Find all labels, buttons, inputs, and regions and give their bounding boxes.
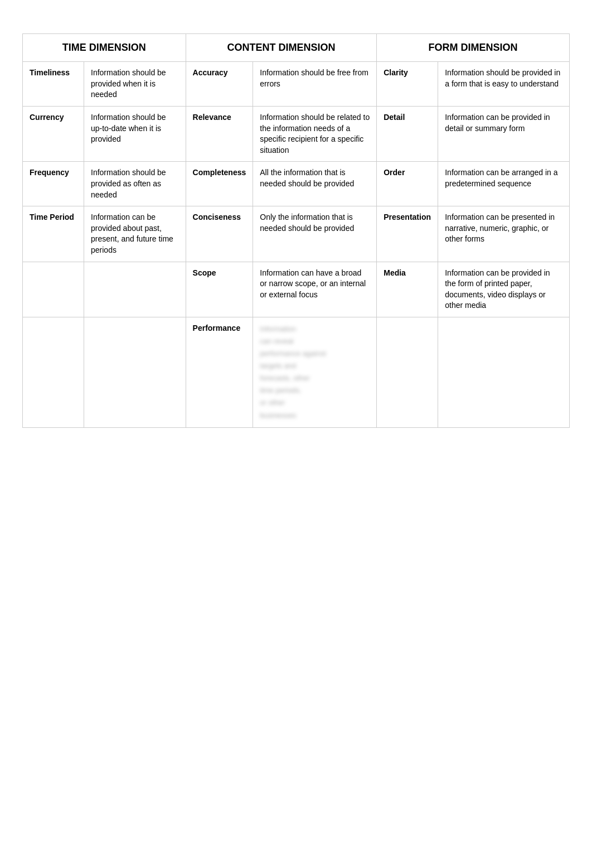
form-row-desc-3: Information can be presented in narrativ… — [438, 206, 570, 262]
content-row-desc-3: Only the information that is needed shou… — [253, 206, 377, 262]
time-row-desc-4 — [84, 262, 186, 317]
content-row-label-1: Relevance — [186, 106, 253, 161]
time-row-label-4 — [23, 262, 84, 317]
form-row-desc-2: Information can be arranged in a predete… — [438, 162, 570, 206]
time-row-label-0: Timeliness — [23, 62, 84, 107]
form-row-label-2: Order — [377, 162, 438, 206]
time-row-desc-2: Information should be provided as often … — [84, 162, 186, 206]
form-row-desc-5 — [438, 317, 570, 427]
content-row-desc-0: Information should be free from errors — [253, 62, 377, 107]
content-dimension-header: CONTENT DIMENSION — [186, 34, 377, 62]
form-row-label-4: Media — [377, 262, 438, 317]
form-row-desc-1: Information can be provided in detail or… — [438, 106, 570, 161]
time-row-desc-5 — [84, 317, 186, 427]
time-dimension-header: TIME DIMENSION — [23, 34, 186, 62]
form-dimension-header: FORM DIMENSION — [377, 34, 570, 62]
content-row-desc-5: Informationcan revealperformance against… — [253, 317, 377, 427]
time-row-label-3: Time Period — [23, 206, 84, 262]
form-row-label-1: Detail — [377, 106, 438, 161]
form-row-label-5 — [377, 317, 438, 427]
content-row-label-4: Scope — [186, 262, 253, 317]
form-row-desc-4: Information can be provided in the form … — [438, 262, 570, 317]
content-row-label-3: Conciseness — [186, 206, 253, 262]
time-row-desc-0: Information should be provided when it i… — [84, 62, 186, 107]
time-row-desc-3: Information can be provided about past, … — [84, 206, 186, 262]
content-row-desc-1: Information should be related to the inf… — [253, 106, 377, 161]
form-row-desc-0: Information should be provided in a form… — [438, 62, 570, 107]
content-row-label-2: Completeness — [186, 162, 253, 206]
time-row-desc-1: Information should be up-to-date when it… — [84, 106, 186, 161]
content-row-desc-2: All the information that is needed shoul… — [253, 162, 377, 206]
dimensions-table: TIME DIMENSION CONTENT DIMENSION FORM DI… — [22, 33, 570, 428]
content-row-desc-4: Information can have a broad or narrow s… — [253, 262, 377, 317]
content-row-label-0: Accuracy — [186, 62, 253, 107]
time-row-label-5 — [23, 317, 84, 427]
blurred-content: Informationcan revealperformance against… — [260, 323, 370, 422]
form-row-label-3: Presentation — [377, 206, 438, 262]
content-row-label-5: Performance — [186, 317, 253, 427]
form-row-label-0: Clarity — [377, 62, 438, 107]
time-row-label-1: Currency — [23, 106, 84, 161]
time-row-label-2: Frequency — [23, 162, 84, 206]
